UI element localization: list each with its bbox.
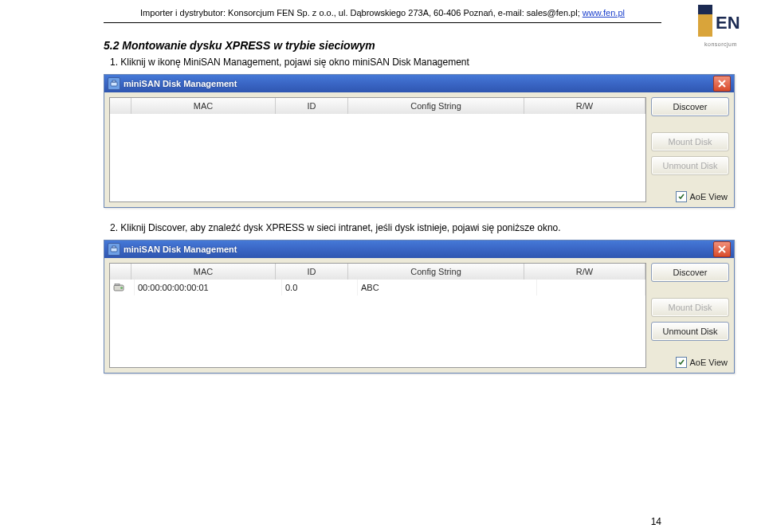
col-config-string[interactable]: Config String <box>348 98 524 114</box>
checkmark-icon <box>678 359 685 366</box>
col-config-string[interactable]: Config String <box>348 264 524 280</box>
header-link[interactable]: www.fen.pl <box>583 8 625 18</box>
minisan-window-found: miniSAN Disk Management MAC ID Config St… <box>104 240 735 374</box>
close-button[interactable] <box>713 76 731 92</box>
discover-button[interactable]: Discover <box>651 97 729 116</box>
titlebar[interactable]: miniSAN Disk Management <box>104 241 734 258</box>
col-id[interactable]: ID <box>276 98 348 114</box>
svg-text:EN: EN <box>716 13 740 33</box>
cell-mac: 00:00:00:00:00:01 <box>135 280 282 295</box>
disk-table: MAC ID Config String R/W 00:00:00:00:00:… <box>109 263 646 368</box>
window-title: miniSAN Disk Management <box>124 79 713 88</box>
col-id[interactable]: ID <box>276 264 348 280</box>
col-rw[interactable]: R/W <box>524 264 645 280</box>
table-header: MAC ID Config String R/W <box>110 98 645 114</box>
step-1-text: 1. Kliknij w ikonę MiniSAN Management, p… <box>126 57 661 68</box>
table-row[interactable]: 00:00:00:00:00:01 0.0 ABC <box>110 280 645 295</box>
col-icon[interactable] <box>110 264 131 280</box>
close-icon <box>718 80 726 88</box>
svg-rect-1 <box>698 5 712 14</box>
aoe-view-label: AoE View <box>690 192 728 201</box>
close-icon <box>718 245 726 253</box>
page-header: Importer i dystrybutor: Konsorcjum FEN S… <box>0 0 765 21</box>
fen-logo: EN konsorcjum <box>698 5 754 49</box>
disk-icon <box>113 282 124 293</box>
aoe-view-label: AoE View <box>690 358 728 367</box>
svg-text:konsorcjum: konsorcjum <box>704 41 737 48</box>
aoe-view-checkbox[interactable] <box>676 191 687 202</box>
svg-rect-5 <box>112 80 116 82</box>
discover-button[interactable]: Discover <box>651 263 729 282</box>
app-icon <box>108 77 120 90</box>
page-number: 14 <box>651 516 661 527</box>
window-title: miniSAN Disk Management <box>124 244 713 254</box>
titlebar[interactable]: miniSAN Disk Management <box>104 75 734 92</box>
close-button[interactable] <box>713 241 731 257</box>
aoe-view-checkbox[interactable] <box>676 357 687 368</box>
header-text: Importer i dystrybutor: Konsorcjum FEN S… <box>140 8 583 18</box>
app-icon <box>108 243 120 256</box>
disk-table: MAC ID Config String R/W <box>109 97 646 202</box>
col-mac[interactable]: MAC <box>131 98 276 114</box>
svg-rect-7 <box>112 246 116 248</box>
col-rw[interactable]: R/W <box>524 98 645 114</box>
unmount-disk-button[interactable]: Unmount Disk <box>651 156 729 175</box>
svg-point-9 <box>121 288 123 289</box>
cell-config-string: ABC <box>358 280 537 295</box>
checkmark-icon <box>678 194 685 200</box>
svg-rect-6 <box>111 248 117 252</box>
mount-disk-button[interactable]: Mount Disk <box>651 298 729 317</box>
section-title: 5.2 Montowanie dysku XPRESS w trybie sie… <box>104 39 661 52</box>
cell-rw <box>537 280 645 295</box>
col-mac[interactable]: MAC <box>131 264 276 280</box>
svg-rect-4 <box>111 82 117 86</box>
unmount-disk-button[interactable]: Unmount Disk <box>651 322 729 341</box>
step-2-text: 2. Kliknij Discover, aby znaleźć dysk XP… <box>126 222 661 233</box>
mount-disk-button[interactable]: Mount Disk <box>651 132 729 151</box>
col-icon[interactable] <box>110 98 131 114</box>
svg-rect-10 <box>115 284 120 286</box>
cell-id: 0.0 <box>282 280 358 295</box>
aoe-view-row: AoE View <box>651 357 729 368</box>
aoe-view-row: AoE View <box>651 191 729 202</box>
table-header: MAC ID Config String R/W <box>110 264 645 280</box>
minisan-window-empty: miniSAN Disk Management MAC ID Config St… <box>104 74 735 208</box>
